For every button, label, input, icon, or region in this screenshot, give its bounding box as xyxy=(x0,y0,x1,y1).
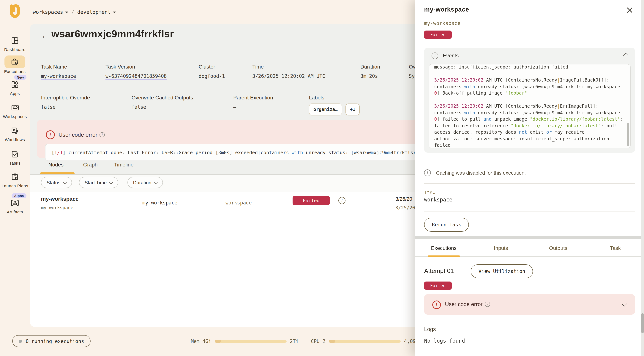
breadcrumb-workspaces-dropdown[interactable]: workspaces xyxy=(33,9,68,15)
events-log[interactable]: message: insufficient_scope: authorizati… xyxy=(428,64,630,148)
filter-label: Status xyxy=(46,180,60,185)
field-label: Labels xyxy=(309,95,360,100)
chevron-up-icon xyxy=(623,53,628,58)
node-name: my-workspace xyxy=(41,196,79,202)
sidebar-item-dashboard[interactable]: Dashboard xyxy=(0,35,30,52)
sidebar-item-tasks[interactable]: Tasks xyxy=(0,149,30,166)
label-chip-more[interactable]: +1 xyxy=(346,103,360,115)
filter-label: Duration xyxy=(133,180,151,185)
meter-divider xyxy=(304,337,304,345)
start-time-filter[interactable]: Start Time xyxy=(79,177,118,188)
field-parent-execution: Parent Execution – xyxy=(233,95,273,110)
sidebar-item-label: Artifacts xyxy=(0,210,30,214)
status-badge: Failed xyxy=(292,196,330,205)
scrollbar-thumb[interactable] xyxy=(642,313,644,333)
status-filter[interactable]: Status xyxy=(41,177,72,188)
tab-graph[interactable]: Graph xyxy=(83,162,98,168)
panel-tabs: Executions Inputs Outputs Task xyxy=(415,242,644,257)
union-logo-icon xyxy=(8,4,23,20)
sidebar-item-executions[interactable]: Executions xyxy=(0,55,30,74)
field-time: Time 3/26/2025 12:20:02 AM UTC xyxy=(252,64,325,79)
sidebar-item-artifacts[interactable]: Alpha Artifacts xyxy=(0,197,30,214)
running-executions-pill[interactable]: 0 running executions xyxy=(12,335,90,347)
sidebar-item-label: Workspaces xyxy=(0,114,30,119)
sidebar-item-apps[interactable]: New Apps xyxy=(0,79,30,96)
sidebar-item-label: Tasks xyxy=(0,161,30,166)
info-icon: i xyxy=(424,169,431,176)
back-arrow-icon[interactable]: ← xyxy=(41,31,49,40)
field-label: Task Version xyxy=(106,64,167,70)
field-task-version: Task Version w-6374092484701859408 xyxy=(106,64,167,79)
events-section: i Events message: insufficient_scope: au… xyxy=(424,48,635,153)
cpu-label: CPU 2 xyxy=(311,339,325,344)
chevron-down-icon xyxy=(62,180,67,184)
tab-task[interactable]: Task xyxy=(587,242,644,256)
breadcrumb-workspaces-label: workspaces xyxy=(33,9,63,15)
caching-note-text: Caching was disabled for this execution. xyxy=(436,170,526,176)
launch-plans-icon xyxy=(6,171,24,182)
sidebar-item-label: Launch Plans xyxy=(0,184,30,188)
node-start-date: 3/26/20 xyxy=(396,196,412,202)
field-task-name: Task Name my-workspace xyxy=(41,64,76,79)
info-icon[interactable]: i xyxy=(338,197,346,204)
breadcrumb: workspaces / development xyxy=(33,9,116,15)
logs-heading: Logs xyxy=(424,326,436,332)
node-end-date: 3/25/202 xyxy=(396,205,418,210)
field-overwrite-cached-outputs: Overwrite Cached Outputs false xyxy=(132,95,193,110)
task-version-link[interactable]: w-6374092484701859408 xyxy=(106,73,167,79)
panel-title: my-workspace xyxy=(424,6,469,13)
sidebar-item-workspaces[interactable]: Workspaces xyxy=(0,102,30,119)
tab-inputs[interactable]: Inputs xyxy=(472,242,530,256)
error-alert-icon: ! xyxy=(46,130,55,139)
memory-label: Mem 4Gi xyxy=(191,339,211,344)
error-banner-title: User code errori xyxy=(58,131,105,138)
node-subname: my-workspace xyxy=(41,205,73,210)
sidebar-item-label: Workflows xyxy=(0,137,30,142)
panel-section-separator xyxy=(415,236,644,239)
events-scrollbar[interactable] xyxy=(627,123,629,146)
field-label: Interruptible Override xyxy=(41,95,90,100)
field-value: – xyxy=(233,104,273,110)
type-label: TYPE xyxy=(424,190,435,195)
field-cluster: Cluster dogfood-1 xyxy=(199,64,225,79)
workspaces-icon xyxy=(6,102,24,113)
field-value: dogfood-1 xyxy=(199,73,225,79)
label-chip[interactable]: organiza… xyxy=(309,103,342,115)
task-name-link[interactable]: my-workspace xyxy=(41,73,76,79)
sidebar: Dashboard Executions New Apps Workspaces xyxy=(0,24,30,356)
breadcrumb-project-dropdown[interactable]: development xyxy=(77,9,116,15)
field-label: Parent Execution xyxy=(233,95,273,100)
tab-timeline[interactable]: Timeline xyxy=(114,162,134,168)
field-label: Cluster xyxy=(199,64,225,70)
sidebar-item-workflows[interactable]: Workflows xyxy=(0,125,30,142)
attempt-label: Attempt 01 xyxy=(424,267,454,275)
events-header[interactable]: i Events xyxy=(424,48,635,64)
breadcrumb-separator: / xyxy=(71,9,74,15)
sidebar-item-launch-plans[interactable]: Launch Plans xyxy=(0,171,30,188)
divider xyxy=(424,212,635,212)
info-icon[interactable]: i xyxy=(100,132,105,137)
tab-outputs[interactable]: Outputs xyxy=(530,242,587,256)
page-title: wsar6wmxjc9mm4frrkflsr xyxy=(52,28,174,40)
close-icon[interactable]: × xyxy=(626,4,634,15)
sidebar-item-label: Dashboard xyxy=(0,47,30,52)
field-value: Sy xyxy=(409,73,416,79)
events-title: Events xyxy=(443,52,459,58)
user-code-error-accordion[interactable]: ! User code errori xyxy=(424,294,635,315)
app-window: workspaces / development Dashboard Execu… xyxy=(0,0,644,356)
duration-filter[interactable]: Duration xyxy=(128,177,163,188)
memory-meter: Mem 4Gi 2Ti xyxy=(191,339,299,344)
caching-note: i Caching was disabled for this executio… xyxy=(424,169,526,176)
logs-empty-message: No logs found xyxy=(424,338,465,344)
field-value: false xyxy=(41,104,90,110)
rerun-task-button[interactable]: Rerun Task xyxy=(424,218,469,232)
tab-nodes[interactable]: Nodes xyxy=(48,162,64,168)
field-duration: Duration 3m 20s xyxy=(360,64,380,79)
workflows-icon xyxy=(6,125,24,136)
apps-icon: New xyxy=(6,79,24,90)
panel-subtitle: my-workspace xyxy=(424,20,460,26)
page-scrollbar[interactable] xyxy=(641,0,644,356)
view-utilization-button[interactable]: View Utilization xyxy=(471,264,533,278)
tab-executions[interactable]: Executions xyxy=(415,242,472,256)
accordion-title: User code errori xyxy=(445,301,490,307)
